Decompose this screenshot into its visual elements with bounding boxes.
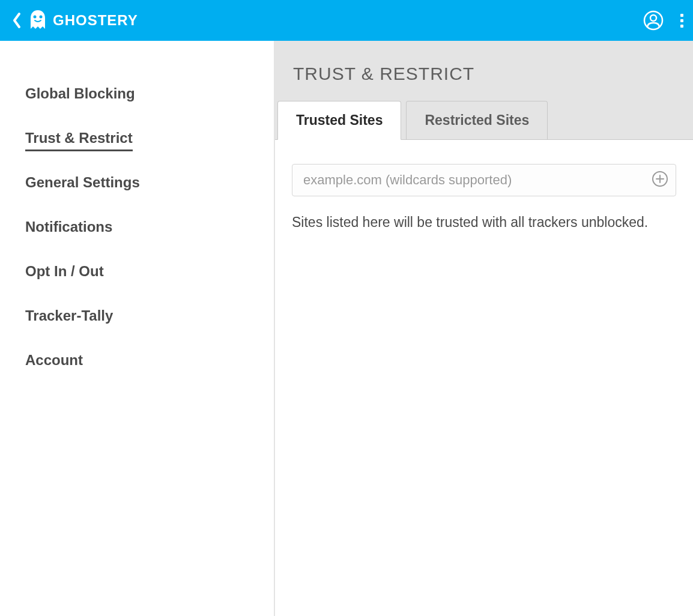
user-icon: [643, 10, 664, 31]
sidebar-item-general-settings[interactable]: General Settings: [0, 166, 274, 199]
sidebar-item-label: Tracker-Tally: [25, 307, 113, 324]
sidebar-item-notifications[interactable]: Notifications: [0, 210, 274, 244]
svg-point-0: [34, 16, 37, 19]
kebab-dot-icon: [680, 25, 683, 28]
sidebar-item-account[interactable]: Account: [0, 343, 274, 377]
app-body: Global Blocking Trust & Restrict General…: [0, 41, 693, 616]
sidebar-item-opt-in-out[interactable]: Opt In / Out: [0, 255, 274, 288]
sidebar-item-label: Opt In / Out: [25, 263, 104, 279]
site-input[interactable]: [303, 172, 644, 188]
page-title: TRUST & RESTRICT: [275, 41, 693, 101]
header-left: GHOSTERY: [12, 9, 138, 32]
plus-circle-icon: [652, 171, 668, 187]
ghost-icon: [29, 9, 47, 32]
kebab-dot-icon: [680, 19, 683, 22]
tab-label: Restricted Sites: [425, 112, 529, 128]
brand-logo[interactable]: GHOSTERY: [29, 9, 138, 32]
account-button[interactable]: [643, 10, 664, 31]
sidebar-item-label: Trust & Restrict: [25, 130, 133, 151]
back-button[interactable]: [12, 12, 22, 29]
sidebar-item-label: Account: [25, 352, 83, 368]
tab-bar: Trusted Sites Restricted Sites: [275, 101, 693, 140]
sidebar: Global Blocking Trust & Restrict General…: [0, 41, 275, 616]
app-header: GHOSTERY: [0, 0, 693, 41]
sidebar-item-label: Notifications: [25, 219, 112, 235]
tab-label: Trusted Sites: [296, 112, 383, 128]
sidebar-item-global-blocking[interactable]: Global Blocking: [0, 77, 274, 110]
tab-panel: Sites listed here will be trusted with a…: [275, 139, 693, 616]
svg-point-3: [650, 15, 656, 21]
panel-description: Sites listed here will be trusted with a…: [292, 214, 676, 231]
svg-point-1: [40, 16, 43, 19]
kebab-dot-icon: [680, 14, 683, 17]
sidebar-item-trust-restrict[interactable]: Trust & Restrict: [0, 121, 274, 155]
sidebar-item-label: Global Blocking: [25, 85, 135, 101]
tab-restricted-sites[interactable]: Restricted Sites: [406, 101, 548, 140]
main-panel: TRUST & RESTRICT Trusted Sites Restricte…: [275, 41, 693, 616]
sidebar-item-tracker-tally[interactable]: Tracker-Tally: [0, 299, 274, 333]
brand-text: GHOSTERY: [53, 12, 138, 29]
header-right: [643, 10, 683, 31]
chevron-left-icon: [12, 12, 22, 29]
site-input-wrap: [292, 164, 676, 196]
menu-button[interactable]: [680, 14, 683, 28]
tab-trusted-sites[interactable]: Trusted Sites: [277, 101, 401, 140]
sidebar-item-label: General Settings: [25, 174, 140, 190]
add-site-button[interactable]: [652, 171, 668, 190]
